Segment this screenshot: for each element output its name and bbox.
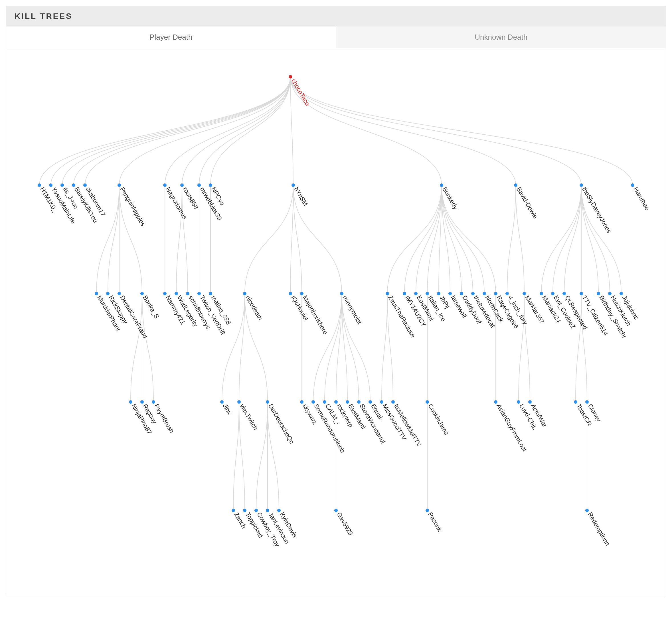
node-label: Pazonk [427,511,443,533]
tree-node[interactable]: CookieJams [426,400,450,436]
node-dot-icon [334,400,338,404]
node-dot-icon [574,400,577,404]
node-dot-icon [334,509,338,512]
tree-link [119,77,290,185]
node-label: nicodeath [244,294,264,321]
tree-node[interactable]: roots858 [180,183,200,211]
tree-link [387,294,393,402]
tree-link [290,77,633,185]
node-dot-icon [300,292,304,295]
node-dot-icon [266,400,269,404]
node-dot-icon [597,292,600,295]
tree-node[interactable]: Bavid-Dowie [514,183,539,220]
node-dot-icon [266,509,269,512]
tree-link [233,402,239,510]
tree-chart: chocoTacoH1M1K0_YasuoMainLifeits_J-rocBa… [6,48,666,596]
tree-link [290,77,293,185]
tree-link [581,185,621,294]
tab-player-death[interactable]: Player Death [6,26,336,48]
node-dot-icon [346,400,349,404]
node-label: Gav5929 [335,511,354,537]
tree-link [62,77,290,185]
node-dot-icon [311,400,315,404]
node-dot-icon [220,400,224,404]
node-dot-icon [243,509,246,512]
node-dot-icon [357,400,361,404]
tab-unknown-death[interactable]: Unknown Death [336,26,666,48]
node-dot-icon [494,292,498,295]
tree-node[interactable]: nicodeath [243,292,264,322]
node-dot-icon [300,400,304,404]
tree-link [108,185,119,294]
node-dot-icon [106,292,110,295]
node-dot-icon [483,292,486,295]
node-label: theSlyDaveyJones [581,186,613,234]
tree-link [290,77,516,185]
tree-link [39,77,290,185]
tree-link [387,185,441,294]
tree-node[interactable]: PenguinNipples [118,183,147,227]
tree-node[interactable]: Jihx [220,400,233,416]
tree-link [245,185,293,294]
tree-link [553,185,581,294]
node-dot-icon [440,183,443,187]
tree-node[interactable]: Hamthee [631,183,651,211]
tree-link [290,77,581,185]
node-dot-icon [140,400,144,404]
node-dot-icon [505,292,509,295]
tree-link [416,185,441,294]
node-dot-icon [494,400,498,404]
tree-node[interactable]: Bonka_S [140,292,161,320]
tree-link [405,185,441,294]
tree-link [256,402,267,510]
node-label: roots858 [182,186,200,211]
tree-node[interactable]: Gav5929 [334,509,355,537]
node-dot-icon [209,183,212,187]
tree-root-node[interactable]: chocoTaco [289,75,311,107]
node-label: DerDeutscheQc [267,402,295,445]
node-dot-icon [580,183,583,187]
tree-node[interactable]: Redemptionn [585,509,611,547]
node-dot-icon [368,400,372,404]
node-dot-icon [562,292,566,295]
node-dot-icon [448,292,452,295]
tree-node[interactable]: Pazonk [426,509,443,533]
node-label: hYriSM [293,186,309,207]
node-dot-icon [232,509,235,512]
tree-link [199,77,290,185]
node-dot-icon [197,292,201,295]
node-dot-icon [608,292,611,295]
node-dot-icon [289,292,292,295]
tree-link [581,294,587,402]
node-dot-icon [38,183,41,187]
tree-node[interactable]: hYriSM [291,183,309,207]
node-dot-icon [340,292,343,295]
node-dot-icon [180,183,184,187]
node-dot-icon [129,400,133,404]
node-dot-icon [514,183,518,187]
node-dot-icon [620,292,623,295]
node-dot-icon [291,183,295,187]
node-dot-icon [243,292,246,295]
node-dot-icon [437,292,440,295]
tree-link [85,77,290,185]
node-dot-icon [523,292,526,295]
tree-node[interactable]: DerDeutscheQc [266,400,295,445]
kill-trees-panel: KILL TREES Player Death Unknown Death ch… [6,6,666,596]
node-dot-icon [460,292,463,295]
node-dot-icon [209,292,212,295]
node-dot-icon [471,292,475,295]
tree-link [507,185,516,294]
tree-link [182,77,290,185]
node-dot-icon [237,400,241,404]
node-label: CookieJams [427,402,450,436]
node-dot-icon [277,509,281,512]
tree-link [441,185,473,294]
tree-node[interactable]: vlexTwitch [237,400,259,431]
node-dot-icon [72,183,75,187]
node-dot-icon [186,292,189,295]
node-dot-icon [539,292,543,295]
node-dot-icon [517,400,520,404]
node-dot-icon [152,400,155,404]
node-dot-icon [83,183,87,187]
